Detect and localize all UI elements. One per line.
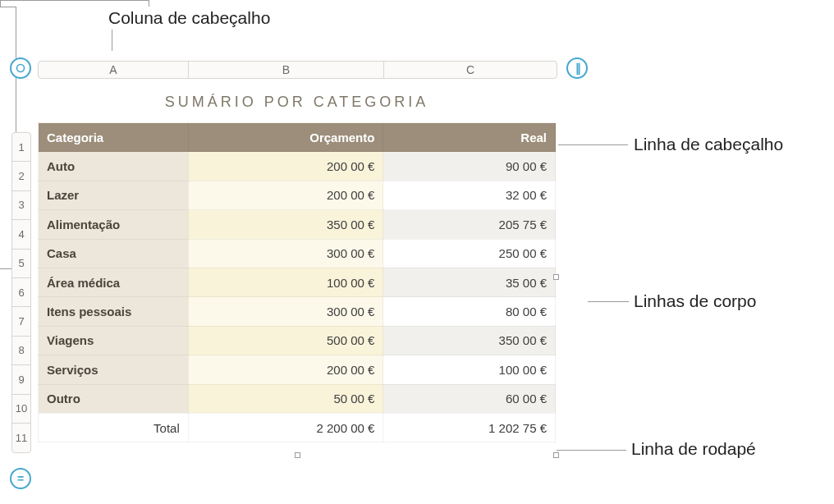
cell-orcamento[interactable]: 50 00 €: [188, 384, 383, 413]
cell-categoria[interactable]: Viagens: [39, 326, 189, 355]
selection-handle-bottom-mid[interactable]: [295, 452, 300, 458]
cell-real[interactable]: 60 00 €: [383, 384, 556, 413]
cell-orcamento[interactable]: 200 00 €: [188, 355, 383, 384]
row-header-6[interactable]: 6: [12, 278, 30, 307]
cell-categoria[interactable]: Auto: [39, 152, 189, 181]
callout-line-footer-row: [557, 450, 626, 451]
data-table: Categoria Orçamento Real Auto200 00 €90 …: [38, 122, 556, 442]
table-body: Auto200 00 €90 00 € Lazer200 00 €32 00 €…: [39, 152, 556, 414]
row-header-4[interactable]: 4: [12, 220, 30, 249]
bars-horizontal-icon: =: [17, 472, 24, 485]
cell-categoria[interactable]: Outro: [39, 384, 189, 413]
bars-vertical-icon: ‖: [575, 62, 580, 75]
table-row: Viagens500 00 €350 00 €: [39, 326, 556, 355]
header-cell-categoria[interactable]: Categoria: [39, 123, 189, 152]
row-header-10[interactable]: 10: [12, 395, 30, 424]
cell-real[interactable]: 350 00 €: [383, 326, 556, 355]
annotation-header-row: Linha de cabeçalho: [634, 135, 783, 154]
cell-categoria[interactable]: Serviços: [39, 355, 189, 384]
column-header-b[interactable]: B: [189, 62, 384, 78]
cell-categoria[interactable]: Itens pessoais: [39, 297, 189, 326]
header-cell-orcamento[interactable]: Orçamento: [188, 123, 383, 152]
cell-orcamento[interactable]: 500 00 €: [188, 326, 383, 355]
table-row: Serviços200 00 €100 00 €: [39, 355, 556, 384]
svg-point-0: [17, 65, 25, 72]
cell-categoria[interactable]: Alimentação: [39, 210, 189, 239]
cell-orcamento[interactable]: 200 00 €: [188, 152, 383, 181]
row-header-1[interactable]: 1: [12, 133, 30, 162]
add-column-handle[interactable]: ‖: [566, 57, 588, 79]
callout-line: [112, 30, 112, 51]
footer-cell-orcamento[interactable]: 2 200 00 €: [188, 413, 383, 442]
column-headers: A B C: [38, 61, 557, 79]
table-row: Itens pessoais300 00 €80 00 €: [39, 297, 556, 326]
callout-bracket-header-column: [0, 0, 149, 7]
callout-line-body-rows: [588, 301, 629, 302]
cell-categoria[interactable]: Área médica: [39, 268, 189, 296]
table-row: Auto200 00 €90 00 €: [39, 152, 556, 181]
annotation-header-column: Coluna de cabeçalho: [108, 8, 270, 28]
add-row-handle[interactable]: =: [10, 468, 31, 489]
table-row: Alimentação350 00 €205 75 €: [39, 210, 556, 239]
column-header-c[interactable]: C: [384, 62, 557, 78]
selection-handle-mid-right[interactable]: [553, 274, 559, 280]
row-headers: 1 2 3 4 5 6 7 8 9 10 11: [11, 132, 31, 453]
table-title[interactable]: SUMÁRIO POR CATEGORIA: [38, 94, 556, 111]
row-header-2[interactable]: 2: [12, 162, 30, 190]
annotation-footer-row: Linha de rodapé: [631, 439, 756, 459]
row-header-3[interactable]: 3: [12, 191, 30, 220]
annotation-body-rows: Linhas de corpo: [634, 291, 756, 311]
cell-real[interactable]: 32 00 €: [383, 181, 556, 209]
row-header-9[interactable]: 9: [12, 365, 30, 394]
table-row: Lazer200 00 €32 00 €: [39, 181, 556, 209]
row-header-11[interactable]: 11: [12, 424, 30, 452]
table-wrap: SUMÁRIO POR CATEGORIA Categoria Orçament…: [38, 87, 556, 442]
footer-cell-real[interactable]: 1 202 75 €: [383, 413, 556, 442]
footer-cell-label[interactable]: Total: [39, 413, 189, 442]
table-footer-row: Total 2 200 00 € 1 202 75 €: [39, 413, 556, 442]
cell-real[interactable]: 205 75 €: [383, 210, 556, 239]
cell-orcamento[interactable]: 100 00 €: [188, 268, 383, 296]
cell-categoria[interactable]: Lazer: [39, 181, 189, 209]
row-header-7[interactable]: 7: [12, 307, 30, 336]
cell-real[interactable]: 80 00 €: [383, 297, 556, 326]
cell-orcamento[interactable]: 350 00 €: [188, 210, 383, 239]
cell-categoria[interactable]: Casa: [39, 239, 189, 268]
cell-orcamento[interactable]: 300 00 €: [188, 297, 383, 326]
row-header-5[interactable]: 5: [12, 250, 30, 278]
column-header-a[interactable]: A: [39, 62, 189, 78]
table-header-row: Categoria Orçamento Real: [39, 123, 556, 152]
cell-real[interactable]: 250 00 €: [383, 239, 556, 268]
cell-real[interactable]: 35 00 €: [383, 268, 556, 296]
cell-orcamento[interactable]: 300 00 €: [188, 239, 383, 268]
cell-orcamento[interactable]: 200 00 €: [188, 181, 383, 209]
row-header-8[interactable]: 8: [12, 337, 30, 365]
table-select-all-handle[interactable]: [10, 57, 31, 79]
cell-real[interactable]: 90 00 €: [383, 152, 556, 181]
table-row: Outro50 00 €60 00 €: [39, 384, 556, 413]
circle-outline-icon: [16, 63, 25, 73]
table-row: Casa300 00 €250 00 €: [39, 239, 556, 268]
header-cell-real[interactable]: Real: [383, 123, 556, 152]
table-row: Área médica100 00 €35 00 €: [39, 268, 556, 296]
cell-real[interactable]: 100 00 €: [383, 355, 556, 384]
selection-handle-bottom-right[interactable]: [553, 452, 559, 458]
callout-line-header-row: [558, 144, 628, 145]
